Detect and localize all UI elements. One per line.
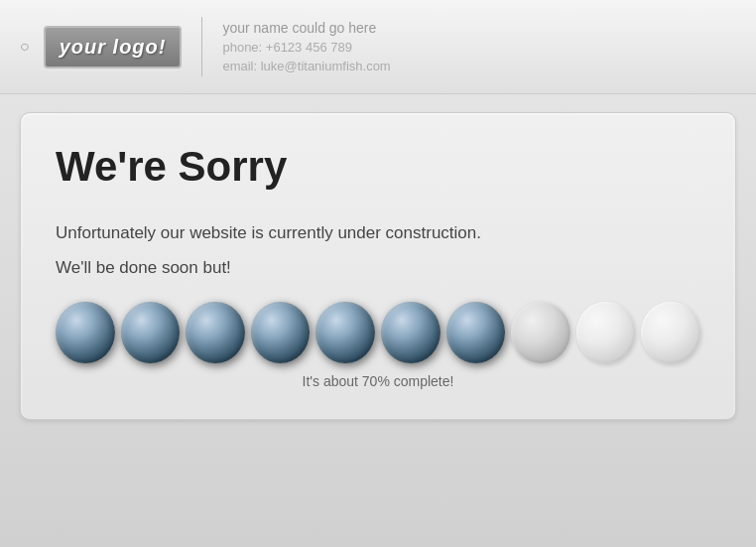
page-header: ○ your logo! your name could go here pho… [0, 0, 756, 94]
coming-soon-message: We'll be done soon but! [56, 258, 700, 278]
contact-info: your name could go here phone: +6123 456… [222, 20, 390, 73]
construction-message: Unfortunately our website is currently u… [56, 220, 552, 246]
header-divider [201, 17, 202, 76]
ball-1 [56, 302, 115, 363]
ball-7 [446, 302, 506, 363]
progress-balls [56, 302, 700, 363]
content-card: We're Sorry Unfortunately our website is… [20, 112, 736, 420]
ball-9 [576, 302, 636, 363]
ball-6 [381, 302, 441, 363]
percent-complete: It's about 70% complete! [56, 373, 700, 389]
logo-box: your logo! [44, 26, 183, 68]
ball-3 [186, 302, 245, 363]
ball-4 [251, 302, 311, 363]
ball-2 [121, 302, 181, 363]
ball-8 [511, 302, 570, 363]
ball-10 [641, 302, 700, 363]
ball-5 [315, 302, 375, 363]
main-content: We're Sorry Unfortunately our website is… [0, 94, 756, 438]
logo-area: ○ your logo! [20, 26, 182, 68]
contact-name: your name could go here [222, 20, 390, 36]
page-title: We're Sorry [56, 143, 700, 191]
contact-email: email: luke@titaniumfish.com [222, 59, 390, 73]
search-icon: ○ [20, 38, 30, 56]
contact-phone: phone: +6123 456 789 [222, 40, 390, 55]
